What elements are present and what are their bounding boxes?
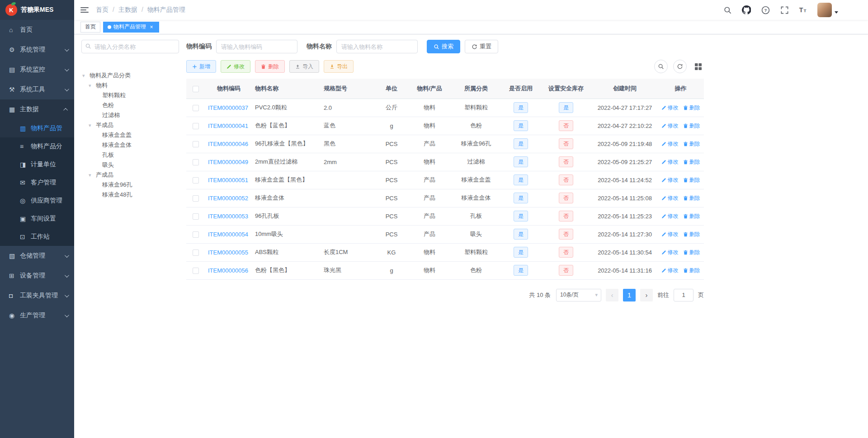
safe-stock-badge[interactable]: 否 (559, 265, 573, 276)
tree-node[interactable]: 半成品 (81, 120, 179, 130)
tree-node[interactable]: 移液盒盒体 (81, 140, 179, 150)
material-code-link[interactable]: ITEM00000056 (208, 267, 248, 274)
safe-stock-badge[interactable]: 否 (559, 229, 573, 240)
safe-stock-badge[interactable]: 否 (559, 193, 573, 203)
tree-node[interactable]: 移液盒48孔 (81, 190, 179, 200)
search-button[interactable]: 搜索 (427, 40, 460, 53)
sidebar-menu-item[interactable]: ▥ 物料产品管理 (0, 119, 74, 137)
tree-expander-icon[interactable] (89, 172, 96, 178)
tree-expander-icon[interactable] (89, 83, 96, 89)
sidebar-menu-item[interactable]: ⊞ 设备管理 (0, 266, 74, 286)
material-code-link[interactable]: ITEM00000055 (208, 249, 248, 256)
toggle-search-button[interactable] (654, 60, 668, 73)
row-delete-link[interactable]: 删除 (683, 176, 700, 184)
sidebar-toggle-icon[interactable] (80, 7, 89, 13)
fullscreen-icon[interactable] (779, 5, 789, 15)
tree-node[interactable]: 产成品 (81, 170, 179, 180)
tree-node[interactable]: 吸头 (81, 160, 179, 170)
enabled-badge[interactable]: 是 (514, 120, 528, 131)
safe-stock-badge[interactable]: 否 (559, 138, 573, 149)
sidebar-menu-item[interactable]: ▦ 主数据 (0, 99, 74, 119)
safe-stock-badge[interactable]: 否 (559, 156, 573, 167)
help-icon[interactable]: ? (760, 5, 770, 15)
safe-stock-badge[interactable]: 是 (559, 102, 573, 113)
safe-stock-badge[interactable]: 否 (559, 247, 573, 258)
row-edit-link[interactable]: 修改 (661, 231, 679, 238)
page-number-button[interactable]: 1 (623, 289, 636, 301)
sidebar-menu-item[interactable]: ⚒ 系统工具 (0, 80, 74, 99)
sidebar-menu-item[interactable]: ◎ 供应商管理 (0, 192, 74, 210)
row-edit-link[interactable]: 修改 (661, 176, 679, 184)
export-button[interactable]: 导出 (324, 60, 354, 73)
safe-stock-badge[interactable]: 否 (559, 120, 573, 131)
enabled-badge[interactable]: 是 (514, 265, 528, 276)
row-checkbox[interactable] (193, 159, 199, 165)
row-edit-link[interactable]: 修改 (661, 212, 679, 220)
enabled-badge[interactable]: 是 (514, 211, 528, 221)
tab-tag[interactable]: 物料产品管理 (103, 22, 159, 33)
row-delete-link[interactable]: 删除 (683, 249, 700, 256)
row-delete-link[interactable]: 删除 (683, 212, 700, 220)
row-checkbox[interactable] (193, 105, 199, 111)
tree-node[interactable]: 过滤棉 (81, 110, 179, 120)
enabled-badge[interactable]: 是 (514, 156, 528, 167)
row-edit-link[interactable]: 修改 (661, 249, 679, 256)
user-avatar[interactable] (817, 3, 832, 17)
sidebar-menu-item[interactable]: ◉ 生产管理 (0, 306, 74, 325)
sidebar-menu-item[interactable]: ◘ 工装夹具管理 (0, 286, 74, 306)
add-button[interactable]: 新增 (186, 60, 216, 73)
tree-expander-icon[interactable] (89, 122, 96, 128)
app-logo[interactable]: 苦糖果MES (0, 0, 74, 20)
tree-expander-icon[interactable] (82, 73, 90, 79)
tree-node[interactable]: 移液盒96孔 (81, 180, 179, 190)
refresh-button[interactable] (673, 60, 687, 73)
row-delete-link[interactable]: 删除 (683, 158, 700, 166)
tab-tag[interactable]: 首页 (80, 22, 100, 33)
material-code-link[interactable]: ITEM00000051 (208, 177, 248, 184)
reset-button[interactable]: 重置 (465, 40, 498, 53)
tree-node[interactable]: 色粉 (81, 100, 179, 110)
tree-node[interactable]: 孔板 (81, 150, 179, 160)
font-size-icon[interactable]: TT (798, 5, 808, 15)
import-button[interactable]: 导入 (289, 60, 319, 73)
enabled-badge[interactable]: 是 (514, 174, 528, 185)
row-delete-link[interactable]: 删除 (683, 194, 700, 202)
sidebar-menu-item[interactable]: ▧ 仓储管理 (0, 246, 74, 266)
sidebar-menu-item[interactable]: ⚙ 系统管理 (0, 40, 74, 60)
enabled-badge[interactable]: 是 (514, 193, 528, 203)
material-code-link[interactable]: ITEM00000053 (208, 213, 248, 220)
row-checkbox[interactable] (193, 231, 199, 238)
tree-node[interactable]: 移液盒盒盖 (81, 130, 179, 140)
sidebar-menu-item[interactable]: ✉ 客户管理 (0, 174, 74, 192)
tree-search-input[interactable] (81, 40, 179, 53)
sidebar-menu-item[interactable]: ▣ 车间设置 (0, 210, 74, 228)
material-code-link[interactable]: ITEM00000054 (208, 231, 248, 238)
material-code-link[interactable]: ITEM00000046 (208, 141, 248, 147)
row-checkbox[interactable] (193, 177, 199, 184)
enabled-badge[interactable]: 是 (514, 247, 528, 258)
row-edit-link[interactable]: 修改 (661, 122, 679, 130)
row-edit-link[interactable]: 修改 (661, 104, 679, 112)
sidebar-menu-item[interactable]: ◨ 计量单位 (0, 155, 74, 174)
github-icon[interactable] (741, 5, 751, 15)
select-all-checkbox[interactable] (193, 86, 199, 92)
code-filter-input[interactable] (216, 40, 297, 53)
row-delete-link[interactable]: 删除 (683, 231, 700, 238)
row-checkbox[interactable] (193, 250, 199, 256)
row-edit-link[interactable]: 修改 (661, 267, 679, 274)
tree-node[interactable]: 物料 (81, 80, 179, 90)
enabled-badge[interactable]: 是 (514, 138, 528, 149)
material-code-link[interactable]: ITEM00000041 (208, 122, 248, 129)
user-menu[interactable] (817, 3, 838, 17)
row-checkbox[interactable] (193, 141, 199, 147)
sidebar-menu-item[interactable]: ⌂ 首页 (0, 20, 74, 40)
material-code-link[interactable]: ITEM00000049 (208, 159, 248, 165)
row-edit-link[interactable]: 修改 (661, 194, 679, 202)
row-checkbox[interactable] (193, 195, 199, 202)
row-edit-link[interactable]: 修改 (661, 158, 679, 166)
row-checkbox[interactable] (193, 268, 199, 274)
breadcrumb-item[interactable]: 首页 (96, 6, 118, 14)
row-checkbox[interactable] (193, 213, 199, 220)
material-code-link[interactable]: ITEM00000052 (208, 195, 248, 202)
enabled-badge[interactable]: 是 (514, 102, 528, 113)
